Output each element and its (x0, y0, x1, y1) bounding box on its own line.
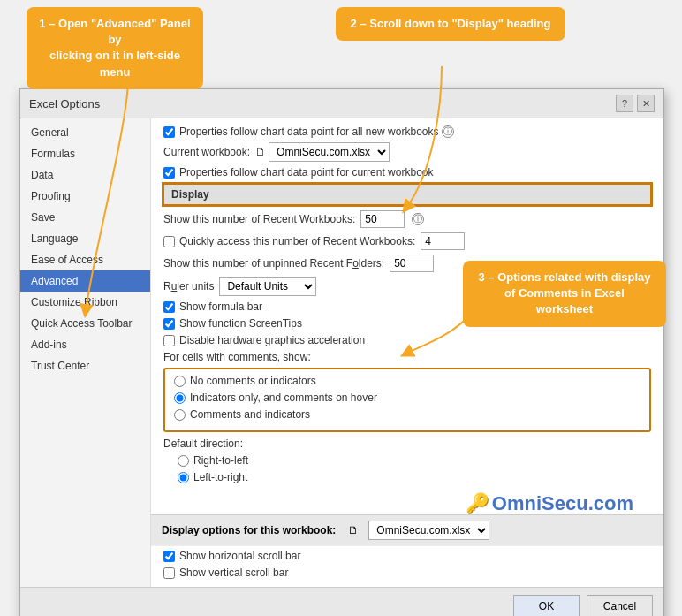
show-hscroll-checkbox[interactable] (163, 551, 175, 562)
comment-option-2: Indicators only, and comments on hover (174, 392, 640, 404)
sidebar-item-customize-ribbon[interactable]: Customize Ribbon (20, 292, 150, 313)
comment-options-box: No comments or indicators Indicators onl… (163, 368, 651, 432)
comment-label-2: Indicators only, and comments on hover (190, 392, 377, 404)
dialog-titlebar: Excel Options ? ✕ (20, 89, 663, 118)
dialog-title-buttons: ? ✕ (616, 95, 655, 112)
show-hscroll-label: Show horizontal scroll bar (179, 550, 300, 562)
sidebar-item-quick-access-toolbar[interactable]: Quick Access Toolbar (20, 313, 150, 334)
comment-radio-1[interactable] (174, 376, 186, 387)
show-vscroll-checkbox[interactable] (163, 567, 175, 579)
show-screentips-label: Show function ScreenTips (179, 317, 302, 330)
sidebar-item-language[interactable]: Language (20, 228, 150, 249)
ok-button[interactable]: OK (513, 595, 580, 616)
sidebar-item-formulas[interactable]: Formulas (20, 143, 150, 164)
chart-row-2: Properties follow chart data point for c… (163, 166, 651, 179)
omnisecu-logo-row: 🔑 OmniSecu.com (466, 492, 633, 514)
workbook-label: Current workbook: (163, 146, 250, 158)
display-options-label: Display options for this workbook: (162, 524, 336, 536)
close-button[interactable]: ✕ (637, 95, 655, 112)
recent-workbooks-input[interactable] (360, 210, 405, 228)
disable-hw-checkbox[interactable] (163, 335, 175, 346)
comment-option-1: No comments or indicators (174, 375, 640, 387)
sidebar-item-data[interactable]: Data (20, 164, 150, 186)
callout-2: 2 – Scroll down to "Display" heading (336, 7, 565, 41)
unpinned-folders-label: Show this number of unpinned Recent Fold… (163, 257, 384, 270)
ruler-underline: u (171, 280, 178, 293)
comment-label-1: No comments or indicators (190, 375, 316, 387)
ruler-units-label: Ruler units (163, 280, 214, 293)
workbook-select[interactable]: OmniSecu.com.xlsx (269, 142, 390, 162)
sidebar-item-save[interactable]: Save (20, 207, 150, 228)
direction-option-1: Right-to-left (178, 454, 651, 467)
sidebar: General Formulas Data Proofing Save Lang… (20, 118, 151, 587)
callout-3: 3 – Options related with display of Comm… (463, 261, 666, 327)
chart-row-1: Properties follow chart data point for a… (163, 125, 651, 138)
ruler-units-select[interactable]: Default Units (219, 277, 316, 296)
callout-3-text: 3 – Options related with display of Comm… (478, 270, 650, 316)
sidebar-item-general[interactable]: General (20, 122, 150, 143)
chart-row1-checkbox[interactable] (163, 126, 175, 138)
direction-option-2: Left-to-right (178, 471, 651, 483)
dialog-title-text: Excel Options (29, 97, 100, 110)
disable-hw-label: Disable hardware graphics acceleration (179, 334, 365, 346)
direction-radio-2[interactable] (178, 472, 189, 483)
quick-access-row: Quickly access this number of Recent Wor… (163, 232, 651, 250)
scroll-options-area: Show horizontal scroll bar Show vertical… (151, 545, 663, 587)
quick-access-input[interactable] (421, 232, 465, 250)
disable-hw-row: Disable hardware graphics acceleration (163, 334, 651, 346)
show-hscroll-row: Show horizontal scroll bar (163, 550, 651, 562)
sidebar-item-proofing[interactable]: Proofing (20, 186, 150, 207)
dialog-body: General Formulas Data Proofing Save Lang… (20, 118, 663, 587)
comments-label: For cells with comments, show: (163, 351, 311, 363)
help-button[interactable]: ? (616, 95, 633, 112)
comment-label-3: Comments and indicators (190, 408, 310, 421)
default-direction-label-row: Default direction: (163, 437, 651, 450)
cancel-button[interactable]: Cancel (587, 595, 653, 616)
omnisecu-logo: 🔑 OmniSecu.com feed your brain (466, 492, 633, 514)
chart-row2-label: Properties follow chart data point for c… (179, 166, 433, 179)
sidebar-item-add-ins[interactable]: Add-ins (20, 334, 150, 355)
chart-row2-checkbox[interactable] (163, 167, 175, 179)
recent-workbooks-label: Show this number of Recent Workbooks: (163, 213, 355, 225)
excel-icon-small-2: 🗋 (348, 524, 359, 536)
comment-option-3: Comments and indicators (174, 408, 640, 421)
recent-workbooks-row: Show this number of Recent Workbooks: ⓘ (163, 210, 651, 228)
direction-label-1: Right-to-left (193, 454, 248, 467)
dialog-footer: OK Cancel (20, 587, 663, 616)
comments-label-row: For cells with comments, show: (163, 351, 651, 363)
callout-1: 1 – Open "Advanced" Panel byclicking on … (27, 7, 203, 89)
sidebar-item-advanced[interactable]: Advanced (20, 270, 150, 292)
main-content: Properties follow chart data point for a… (151, 118, 663, 587)
chart-row1-info-icon[interactable]: ⓘ (442, 125, 454, 138)
show-formula-bar-label: Show formula bar (179, 300, 262, 313)
omnisecu-text: OmniSecu.com (492, 492, 633, 514)
display-workbook-select[interactable]: OmniSecu.com.xlsx (368, 521, 489, 540)
omnisecu-logo-area: 🔑 OmniSecu.com feed your brain (163, 492, 633, 514)
direction-label-2: Left-to-right (193, 471, 247, 483)
quick-access-label: Quickly access this number of Recent Wor… (179, 235, 415, 247)
show-formula-bar-checkbox[interactable] (163, 301, 175, 313)
excel-icon-small: 🗋 (255, 146, 266, 158)
default-direction-label: Default direction: (163, 437, 243, 450)
recent-underline: e (270, 213, 277, 225)
default-direction-section: Default direction: Right-to-left Left-to… (163, 437, 651, 483)
recent-workbooks-info-icon[interactable]: ⓘ (412, 213, 424, 225)
direction-radio-1[interactable] (178, 455, 189, 467)
unpinned-folders-input[interactable] (390, 255, 434, 272)
folders-underline: o (352, 257, 359, 270)
comment-radio-2[interactable] (174, 392, 186, 404)
show-vscroll-label: Show vertical scroll bar (179, 567, 288, 579)
workbook-row: Current workbook: 🗋 OmniSecu.com.xlsx (163, 142, 651, 162)
display-section-heading: Display (163, 184, 651, 205)
sidebar-item-ease-of-access[interactable]: Ease of Access (20, 249, 150, 270)
show-vscroll-row: Show vertical scroll bar (163, 567, 651, 579)
show-screentips-checkbox[interactable] (163, 318, 175, 330)
chart-row1-label: Properties follow chart data point for a… (179, 125, 438, 138)
bottom-bar: Display options for this workbook: 🗋 Omn… (151, 514, 663, 545)
quick-access-checkbox[interactable] (163, 236, 175, 247)
comment-radio-3[interactable] (174, 409, 186, 421)
sidebar-item-trust-center[interactable]: Trust Center (20, 355, 150, 376)
key-icon: 🔑 (466, 492, 489, 514)
excel-options-dialog: Excel Options ? ✕ General Formulas Data … (19, 88, 664, 616)
